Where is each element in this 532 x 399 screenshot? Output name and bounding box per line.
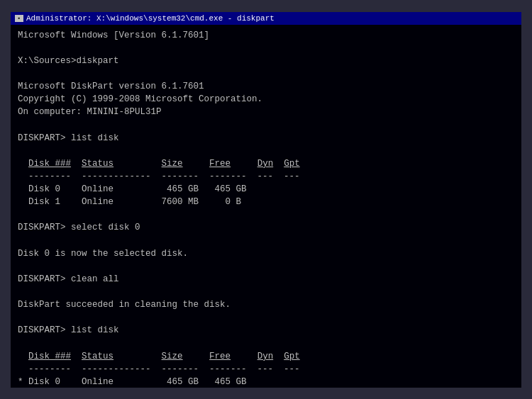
clean-confirm-line: DiskPart succeeded in cleaning the disk. bbox=[18, 298, 514, 311]
table1-disk0: Disk 0 Online 465 GB 465 GB bbox=[18, 183, 514, 196]
monitor-frame: ▪ Administrator: X:\windows\system32\cmd… bbox=[0, 0, 532, 399]
blank-10 bbox=[18, 337, 514, 350]
select-confirm-line: Disk 0 is now the selected disk. bbox=[18, 247, 514, 260]
diskpart-version: Microsoft DiskPart version 6.1.7601 bbox=[18, 80, 514, 93]
blank-8 bbox=[18, 286, 514, 298]
select-disk-text: select disk 0 bbox=[71, 223, 140, 232]
clean-all-cmd: DISKPART> clean all bbox=[18, 273, 514, 286]
screen: ▪ Administrator: X:\windows\system32\cmd… bbox=[11, 12, 521, 388]
blank-2 bbox=[18, 67, 514, 80]
table1-sep: -------- ------------- ------- ------- -… bbox=[18, 170, 514, 183]
diskpart-prompt-1: DISKPART> bbox=[18, 133, 71, 143]
table2-header: Disk ### Status Size Free Dyn Gpt bbox=[18, 350, 514, 363]
diskpart-prompt-2: DISKPART> bbox=[18, 223, 71, 232]
table1-header: Disk ### Status Size Free Dyn Gpt bbox=[18, 157, 514, 170]
table2-sep: -------- ------------- ------- ------- -… bbox=[18, 363, 514, 376]
title-bar-text: Administrator: X:\windows\system32\cmd.e… bbox=[26, 14, 275, 23]
clean-all-text: clean all bbox=[71, 274, 119, 284]
blank-5 bbox=[18, 208, 514, 221]
table1-disk1: Disk 1 Online 7600 MB 0 B bbox=[18, 196, 514, 208]
terminal-content: Microsoft Windows [Version 6.1.7601] X:\… bbox=[11, 25, 521, 388]
blank-3 bbox=[18, 118, 514, 131]
prompt-diskpart: X:\Sources>diskpart bbox=[18, 55, 514, 67]
blank-9 bbox=[18, 311, 514, 324]
list-disk-cmd-1: DISKPART> list disk bbox=[18, 132, 514, 145]
copyright-line: Copyright (C) 1999-2008 Microsoft Corpor… bbox=[18, 93, 514, 106]
list-disk-2-text: list disk bbox=[71, 325, 119, 335]
select-disk-cmd: DISKPART> select disk 0 bbox=[18, 221, 514, 234]
blank-1 bbox=[18, 42, 514, 55]
win-version-line: Microsoft Windows [Version 6.1.7601] bbox=[18, 29, 514, 42]
diskpart-prompt-3: DISKPART> bbox=[18, 274, 71, 284]
blank-7 bbox=[18, 260, 514, 273]
blank-4 bbox=[18, 145, 514, 157]
title-bar: ▪ Administrator: X:\windows\system32\cmd… bbox=[11, 12, 521, 25]
list-disk-1-text: list disk bbox=[71, 133, 119, 143]
list-disk-cmd-2: DISKPART> list disk bbox=[18, 324, 514, 337]
blank-6 bbox=[18, 235, 514, 247]
computer-line: On computer: MININI-8PUL31P bbox=[18, 106, 514, 118]
diskpart-prompt-4: DISKPART> bbox=[18, 325, 71, 335]
cmd-icon: ▪ bbox=[15, 15, 23, 22]
table2-disk0: * Disk 0 Online 465 GB 465 GB bbox=[18, 376, 514, 388]
